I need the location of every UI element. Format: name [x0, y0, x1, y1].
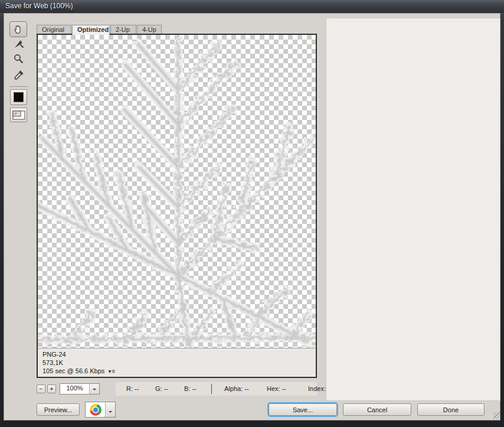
- zoom-out-button[interactable]: −: [37, 384, 45, 393]
- readout-blue: B: --: [184, 385, 197, 392]
- toggle-slices-button[interactable]: [10, 107, 27, 122]
- eyedropper-color-swatch[interactable]: [10, 89, 27, 105]
- eyedropper-icon: [13, 69, 25, 81]
- zoom-tool-button[interactable]: [12, 52, 26, 66]
- readout-hex: Hex: --: [267, 385, 286, 392]
- tab-4-up[interactable]: 4-Up: [137, 25, 162, 34]
- zoom-level-combo[interactable]: 100%: [60, 383, 100, 395]
- readout-red: R: --: [126, 385, 139, 392]
- tab-original[interactable]: Original: [37, 25, 71, 34]
- status-format: PNG-24: [42, 350, 311, 358]
- chevron-down-icon[interactable]: [89, 384, 99, 394]
- image-canvas[interactable]: [38, 35, 316, 348]
- hand-icon: [12, 24, 24, 35]
- slice-select-tool-button[interactable]: [12, 37, 26, 51]
- tab-original-label: Original: [42, 26, 64, 33]
- optimize-status: PNG-24 573,1K 105 sec @ 56.6 Kbps ▾≡: [38, 348, 316, 377]
- readout-alpha: Alpha: --: [224, 385, 249, 392]
- plus-icon: +: [50, 386, 54, 392]
- tab-2-up[interactable]: 2-Up: [110, 25, 136, 34]
- browser-select-combo[interactable]: [85, 402, 116, 418]
- minus-icon: −: [40, 386, 43, 392]
- tab-optimized-label: Optimized: [77, 26, 109, 33]
- black-swatch-icon: [14, 92, 24, 102]
- status-menu-icon[interactable]: ▾≡: [108, 368, 116, 374]
- magnifier-icon: [13, 53, 25, 65]
- done-button[interactable]: Done: [417, 403, 485, 416]
- cancel-button-label: Cancel: [367, 406, 387, 413]
- preview-in-browser-button[interactable]: Preview...: [37, 403, 80, 416]
- dialog-title: Save for Web (100%): [5, 2, 73, 10]
- title-bar[interactable]: Save for Web (100%): [0, 0, 504, 13]
- tab-optimized[interactable]: Optimized: [72, 25, 110, 35]
- readout-green: G: --: [155, 385, 168, 392]
- save-for-web-dialog: Save for Web (100%) Original Optimized 2…: [0, 0, 504, 427]
- chevron-down-icon[interactable]: [105, 402, 115, 417]
- toolbar-divider: [9, 86, 28, 87]
- chrome-browser-icon: [86, 402, 105, 417]
- resize-grip[interactable]: [493, 412, 500, 419]
- status-speed-row: 105 sec @ 56.6 Kbps ▾≡: [42, 367, 311, 376]
- zoom-level-value: 100%: [60, 384, 89, 394]
- hand-tool-button[interactable]: [9, 21, 27, 37]
- zoom-in-button[interactable]: +: [47, 384, 56, 393]
- color-readout-strip: [116, 382, 317, 396]
- preview-button-label: Preview...: [44, 406, 73, 413]
- save-button[interactable]: Save...: [269, 403, 337, 416]
- slice-select-icon: [13, 38, 25, 50]
- cancel-button[interactable]: Cancel: [343, 403, 411, 416]
- eyedropper-tool-button[interactable]: [12, 67, 26, 83]
- snowflake-image: [38, 35, 316, 348]
- settings-panel: [326, 18, 500, 401]
- save-button-label: Save...: [293, 406, 313, 413]
- done-button-label: Done: [443, 406, 459, 413]
- slices-visibility-icon: [12, 110, 25, 120]
- tab-4-up-label: 4-Up: [142, 26, 156, 33]
- status-file-size: 573,1K: [42, 358, 311, 367]
- tab-2-up-label: 2-Up: [116, 26, 130, 33]
- readout-divider: [211, 384, 212, 394]
- optimized-preview-frame: PNG-24 573,1K 105 sec @ 56.6 Kbps ▾≡: [37, 34, 317, 378]
- status-download-time: 105 sec @ 56.6 Kbps: [42, 367, 104, 374]
